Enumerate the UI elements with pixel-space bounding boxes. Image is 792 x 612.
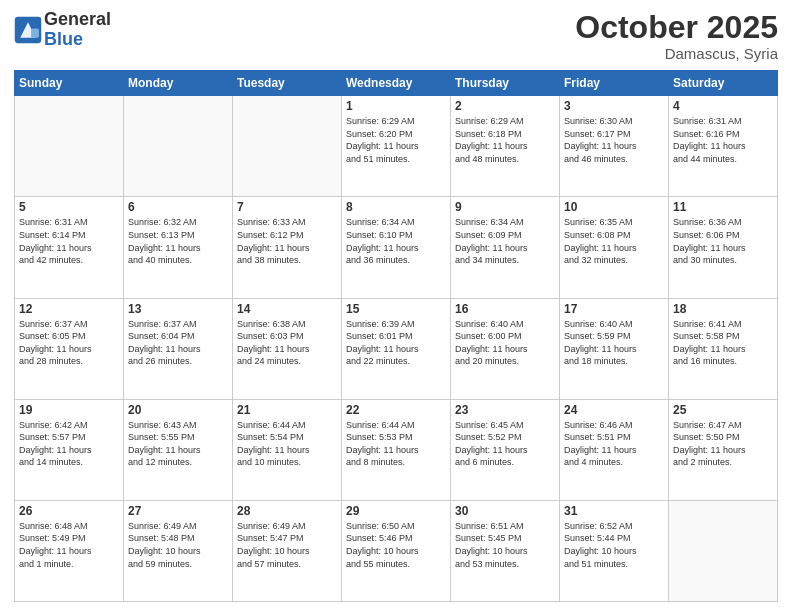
calendar-cell [15,96,124,197]
day-number: 8 [346,200,446,214]
day-number: 14 [237,302,337,316]
calendar-cell: 5Sunrise: 6:31 AM Sunset: 6:14 PM Daylig… [15,197,124,298]
day-info: Sunrise: 6:52 AM Sunset: 5:44 PM Dayligh… [564,520,664,570]
day-number: 30 [455,504,555,518]
day-info: Sunrise: 6:43 AM Sunset: 5:55 PM Dayligh… [128,419,228,469]
day-number: 23 [455,403,555,417]
calendar-cell [124,96,233,197]
day-info: Sunrise: 6:30 AM Sunset: 6:17 PM Dayligh… [564,115,664,165]
calendar-cell: 2Sunrise: 6:29 AM Sunset: 6:18 PM Daylig… [451,96,560,197]
day-info: Sunrise: 6:33 AM Sunset: 6:12 PM Dayligh… [237,216,337,266]
day-number: 12 [19,302,119,316]
page: General Blue October 2025 Damascus, Syri… [0,0,792,612]
calendar-cell: 7Sunrise: 6:33 AM Sunset: 6:12 PM Daylig… [233,197,342,298]
day-info: Sunrise: 6:48 AM Sunset: 5:49 PM Dayligh… [19,520,119,570]
calendar-cell: 13Sunrise: 6:37 AM Sunset: 6:04 PM Dayli… [124,298,233,399]
calendar-cell: 1Sunrise: 6:29 AM Sunset: 6:20 PM Daylig… [342,96,451,197]
location-subtitle: Damascus, Syria [575,45,778,62]
day-number: 9 [455,200,555,214]
month-title: October 2025 [575,10,778,45]
day-info: Sunrise: 6:29 AM Sunset: 6:18 PM Dayligh… [455,115,555,165]
weekday-header-monday: Monday [124,71,233,96]
calendar: SundayMondayTuesdayWednesdayThursdayFrid… [14,70,778,602]
weekday-header-saturday: Saturday [669,71,778,96]
calendar-cell: 21Sunrise: 6:44 AM Sunset: 5:54 PM Dayli… [233,399,342,500]
week-row-2: 5Sunrise: 6:31 AM Sunset: 6:14 PM Daylig… [15,197,778,298]
logo-text: General Blue [44,10,111,50]
calendar-cell: 17Sunrise: 6:40 AM Sunset: 5:59 PM Dayli… [560,298,669,399]
day-number: 19 [19,403,119,417]
calendar-cell: 27Sunrise: 6:49 AM Sunset: 5:48 PM Dayli… [124,500,233,601]
day-number: 21 [237,403,337,417]
day-number: 27 [128,504,228,518]
day-info: Sunrise: 6:29 AM Sunset: 6:20 PM Dayligh… [346,115,446,165]
calendar-cell: 14Sunrise: 6:38 AM Sunset: 6:03 PM Dayli… [233,298,342,399]
calendar-cell: 26Sunrise: 6:48 AM Sunset: 5:49 PM Dayli… [15,500,124,601]
day-number: 31 [564,504,664,518]
calendar-cell: 11Sunrise: 6:36 AM Sunset: 6:06 PM Dayli… [669,197,778,298]
weekday-header-tuesday: Tuesday [233,71,342,96]
day-number: 13 [128,302,228,316]
day-info: Sunrise: 6:42 AM Sunset: 5:57 PM Dayligh… [19,419,119,469]
day-info: Sunrise: 6:34 AM Sunset: 6:10 PM Dayligh… [346,216,446,266]
day-number: 15 [346,302,446,316]
day-number: 6 [128,200,228,214]
calendar-cell: 3Sunrise: 6:30 AM Sunset: 6:17 PM Daylig… [560,96,669,197]
day-info: Sunrise: 6:40 AM Sunset: 6:00 PM Dayligh… [455,318,555,368]
day-info: Sunrise: 6:40 AM Sunset: 5:59 PM Dayligh… [564,318,664,368]
calendar-cell: 22Sunrise: 6:44 AM Sunset: 5:53 PM Dayli… [342,399,451,500]
calendar-cell: 31Sunrise: 6:52 AM Sunset: 5:44 PM Dayli… [560,500,669,601]
day-number: 20 [128,403,228,417]
day-number: 22 [346,403,446,417]
svg-rect-2 [31,28,39,37]
day-number: 11 [673,200,773,214]
day-info: Sunrise: 6:41 AM Sunset: 5:58 PM Dayligh… [673,318,773,368]
day-info: Sunrise: 6:49 AM Sunset: 5:47 PM Dayligh… [237,520,337,570]
day-info: Sunrise: 6:35 AM Sunset: 6:08 PM Dayligh… [564,216,664,266]
week-row-4: 19Sunrise: 6:42 AM Sunset: 5:57 PM Dayli… [15,399,778,500]
calendar-cell [669,500,778,601]
day-info: Sunrise: 6:37 AM Sunset: 6:04 PM Dayligh… [128,318,228,368]
calendar-cell: 16Sunrise: 6:40 AM Sunset: 6:00 PM Dayli… [451,298,560,399]
day-number: 28 [237,504,337,518]
calendar-cell: 28Sunrise: 6:49 AM Sunset: 5:47 PM Dayli… [233,500,342,601]
calendar-cell: 18Sunrise: 6:41 AM Sunset: 5:58 PM Dayli… [669,298,778,399]
calendar-cell: 4Sunrise: 6:31 AM Sunset: 6:16 PM Daylig… [669,96,778,197]
day-info: Sunrise: 6:38 AM Sunset: 6:03 PM Dayligh… [237,318,337,368]
weekday-header-sunday: Sunday [15,71,124,96]
week-row-5: 26Sunrise: 6:48 AM Sunset: 5:49 PM Dayli… [15,500,778,601]
day-info: Sunrise: 6:44 AM Sunset: 5:53 PM Dayligh… [346,419,446,469]
logo-icon [14,16,42,44]
day-number: 7 [237,200,337,214]
day-number: 18 [673,302,773,316]
week-row-1: 1Sunrise: 6:29 AM Sunset: 6:20 PM Daylig… [15,96,778,197]
day-info: Sunrise: 6:36 AM Sunset: 6:06 PM Dayligh… [673,216,773,266]
calendar-cell: 25Sunrise: 6:47 AM Sunset: 5:50 PM Dayli… [669,399,778,500]
day-info: Sunrise: 6:51 AM Sunset: 5:45 PM Dayligh… [455,520,555,570]
weekday-header-row: SundayMondayTuesdayWednesdayThursdayFrid… [15,71,778,96]
day-number: 2 [455,99,555,113]
day-info: Sunrise: 6:37 AM Sunset: 6:05 PM Dayligh… [19,318,119,368]
day-info: Sunrise: 6:31 AM Sunset: 6:16 PM Dayligh… [673,115,773,165]
weekday-header-friday: Friday [560,71,669,96]
day-number: 24 [564,403,664,417]
day-info: Sunrise: 6:47 AM Sunset: 5:50 PM Dayligh… [673,419,773,469]
calendar-cell: 8Sunrise: 6:34 AM Sunset: 6:10 PM Daylig… [342,197,451,298]
day-number: 17 [564,302,664,316]
day-info: Sunrise: 6:34 AM Sunset: 6:09 PM Dayligh… [455,216,555,266]
day-number: 4 [673,99,773,113]
day-number: 10 [564,200,664,214]
calendar-cell: 23Sunrise: 6:45 AM Sunset: 5:52 PM Dayli… [451,399,560,500]
logo: General Blue [14,10,111,50]
day-number: 5 [19,200,119,214]
day-info: Sunrise: 6:32 AM Sunset: 6:13 PM Dayligh… [128,216,228,266]
calendar-cell: 10Sunrise: 6:35 AM Sunset: 6:08 PM Dayli… [560,197,669,298]
logo-general: General [44,10,111,30]
day-number: 3 [564,99,664,113]
calendar-cell: 30Sunrise: 6:51 AM Sunset: 5:45 PM Dayli… [451,500,560,601]
weekday-header-thursday: Thursday [451,71,560,96]
calendar-cell: 15Sunrise: 6:39 AM Sunset: 6:01 PM Dayli… [342,298,451,399]
calendar-cell: 12Sunrise: 6:37 AM Sunset: 6:05 PM Dayli… [15,298,124,399]
header: General Blue October 2025 Damascus, Syri… [14,10,778,62]
day-info: Sunrise: 6:44 AM Sunset: 5:54 PM Dayligh… [237,419,337,469]
